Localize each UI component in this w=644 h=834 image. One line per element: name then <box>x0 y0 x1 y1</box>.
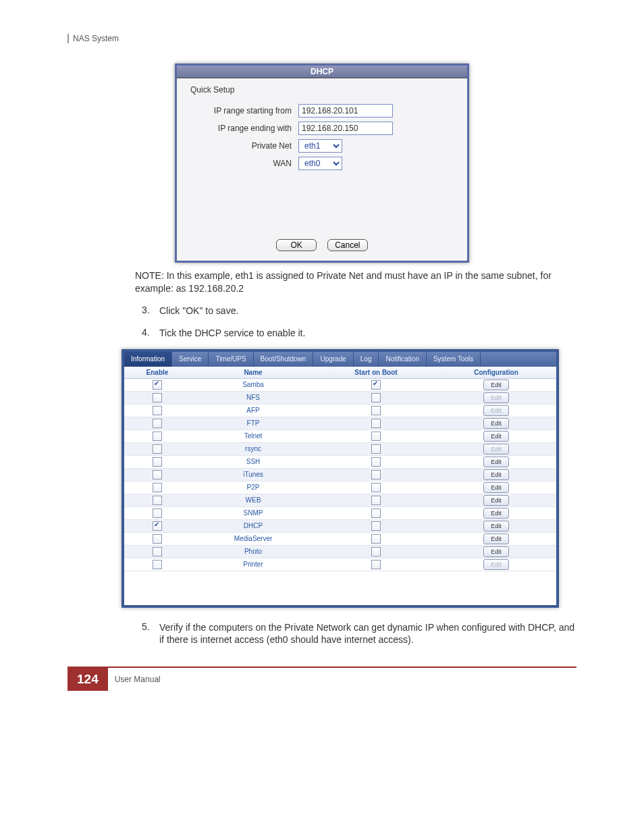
service-name: Telnet <box>190 430 316 442</box>
service-name: NFS <box>190 392 316 403</box>
page-header: NAS System <box>68 34 576 43</box>
startboot-checkbox[interactable] <box>371 509 381 518</box>
wan-label: WAN <box>190 159 298 168</box>
private-net-label: Private Net <box>190 141 298 151</box>
edit-button[interactable]: Edit <box>483 495 509 506</box>
private-net-select[interactable]: eth1 <box>298 139 342 153</box>
service-name: DHCP <box>190 520 316 531</box>
edit-button[interactable]: Edit <box>483 521 509 531</box>
enable-checkbox[interactable] <box>153 470 162 479</box>
wan-select[interactable]: eth0 <box>298 157 342 170</box>
services-panel: InformationServiceTime/UPSBoot/ShutdownU… <box>122 349 559 608</box>
edit-button[interactable]: Edit <box>483 508 509 519</box>
enable-checkbox[interactable] <box>153 406 162 415</box>
enable-checkbox[interactable] <box>153 560 162 569</box>
edit-button: Edit <box>483 444 509 454</box>
ip-end-input[interactable] <box>298 122 393 135</box>
service-name: rsync <box>190 443 316 454</box>
service-name: Printer <box>190 558 316 570</box>
edit-button[interactable]: Edit <box>483 469 509 480</box>
page-footer: 124 User Manual <box>68 667 576 691</box>
ip-start-input[interactable] <box>298 104 393 118</box>
step5-num: 5. <box>142 621 159 647</box>
tab-boot-shutdown[interactable]: Boot/Shutdown <box>254 352 314 367</box>
step5-text: Verify if the computers on the Private N… <box>159 621 576 647</box>
service-name: MediaServer <box>190 533 316 544</box>
enable-checkbox[interactable] <box>153 432 162 441</box>
col-config: Configuration <box>436 367 556 378</box>
cancel-button[interactable]: Cancel <box>327 239 368 251</box>
ip-start-label: IP range starting from <box>190 106 298 115</box>
enable-checkbox[interactable] <box>153 496 162 505</box>
service-name: P2P <box>190 481 316 493</box>
col-startboot: Start on Boot <box>316 367 436 378</box>
service-name: FTP <box>190 417 316 429</box>
edit-button[interactable]: Edit <box>483 431 509 442</box>
step3-text: Click "OK" to save. <box>159 305 576 317</box>
service-name: WEB <box>190 494 316 506</box>
startboot-checkbox[interactable] <box>371 419 381 428</box>
tab-log[interactable]: Log <box>354 352 379 367</box>
tab-information[interactable]: Information <box>124 352 172 367</box>
edit-button[interactable]: Edit <box>483 380 509 390</box>
dhcp-dialog: DHCP Quick Setup IP range starting from … <box>175 63 469 263</box>
startboot-checkbox[interactable] <box>371 380 381 390</box>
startboot-checkbox[interactable] <box>371 457 381 467</box>
enable-checkbox[interactable] <box>153 509 162 518</box>
ip-end-label: IP range ending with <box>190 124 298 133</box>
service-row: PrinterEdit <box>124 558 556 571</box>
tab-system-tools[interactable]: System Tools <box>427 352 481 367</box>
startboot-checkbox[interactable] <box>371 444 381 454</box>
startboot-checkbox[interactable] <box>371 547 381 556</box>
page-number: 124 <box>68 668 108 691</box>
startboot-checkbox[interactable] <box>371 406 381 415</box>
enable-checkbox[interactable] <box>153 521 162 531</box>
col-name: Name <box>190 367 316 378</box>
startboot-checkbox[interactable] <box>371 432 381 441</box>
startboot-checkbox[interactable] <box>371 521 381 531</box>
service-name: SNMP <box>190 507 316 519</box>
startboot-checkbox[interactable] <box>371 470 381 479</box>
footer-text: User Manual <box>115 675 161 684</box>
startboot-checkbox[interactable] <box>371 393 381 402</box>
enable-checkbox[interactable] <box>153 380 162 390</box>
step4-num: 4. <box>142 327 159 340</box>
startboot-checkbox[interactable] <box>371 560 381 569</box>
edit-button[interactable]: Edit <box>483 418 509 429</box>
edit-button: Edit <box>483 559 509 570</box>
enable-checkbox[interactable] <box>153 393 162 402</box>
step3-num: 3. <box>142 305 159 317</box>
edit-button[interactable]: Edit <box>483 546 509 557</box>
note-text: NOTE: In this example, eth1 is assigned … <box>135 269 576 295</box>
tab-bar: InformationServiceTime/UPSBoot/ShutdownU… <box>124 352 556 367</box>
enable-checkbox[interactable] <box>153 547 162 556</box>
tab-service[interactable]: Service <box>172 352 209 367</box>
startboot-checkbox[interactable] <box>371 483 381 492</box>
dialog-subtitle: Quick Setup <box>190 85 454 95</box>
enable-checkbox[interactable] <box>153 444 162 454</box>
service-name: SSH <box>190 456 316 467</box>
ok-button[interactable]: OK <box>276 239 317 251</box>
edit-button[interactable]: Edit <box>483 457 509 467</box>
service-name: iTunes <box>190 469 316 480</box>
dialog-title: DHCP <box>177 66 467 78</box>
tab-upgrade[interactable]: Upgrade <box>313 352 353 367</box>
service-name: AFP <box>190 405 316 416</box>
startboot-checkbox[interactable] <box>371 496 381 505</box>
edit-button: Edit <box>483 392 509 403</box>
tab-notification[interactable]: Notification <box>379 352 426 367</box>
edit-button[interactable]: Edit <box>483 482 509 493</box>
service-name: Samba <box>190 379 316 390</box>
enable-checkbox[interactable] <box>153 419 162 428</box>
enable-checkbox[interactable] <box>153 534 162 544</box>
service-name: Photo <box>190 546 316 557</box>
enable-checkbox[interactable] <box>153 483 162 492</box>
edit-button: Edit <box>483 405 509 416</box>
startboot-checkbox[interactable] <box>371 534 381 544</box>
col-enable: Enable <box>124 367 190 378</box>
tab-time-ups[interactable]: Time/UPS <box>209 352 253 367</box>
step4-text: Tick the DHCP service to enable it. <box>159 327 576 340</box>
edit-button[interactable]: Edit <box>483 533 509 544</box>
enable-checkbox[interactable] <box>153 457 162 467</box>
